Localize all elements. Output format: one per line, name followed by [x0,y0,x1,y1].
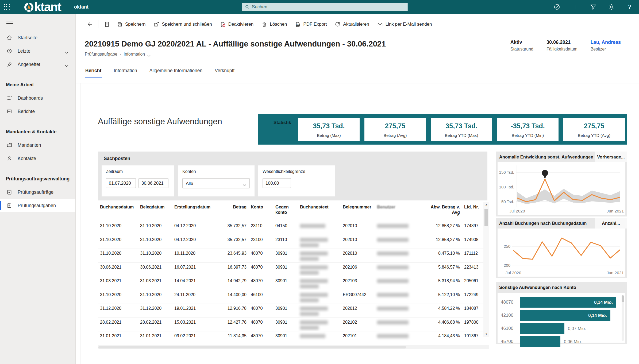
visual-tab-active[interactable]: Anzahl Buchungen nach Buchungsdatum [496,218,595,229]
header-field-statusgrund: AktivStatusgrund [504,40,540,52]
table-cell: 30901 [273,276,298,290]
redacted-text-block [377,279,409,283]
column-header-lfd-nr-[interactable]: Lfd. Nr. [462,202,483,221]
subtitle-separator: · [120,52,121,57]
tab-verkn-pft[interactable]: Verknüpft [214,64,235,78]
table-cell: 172249 [462,290,483,304]
help-icon[interactable]: ? [626,3,633,10]
table-cell: 31.01.2021 [98,331,138,345]
table-cell: 31.12.2020 [138,304,172,317]
gear-icon[interactable] [608,3,615,10]
header-field-label: Statusgrund [510,47,533,52]
link-per-e-mail-senden-button[interactable]: Link per E-Mail senden [373,18,436,30]
table-row[interactable]: 31.12.202031.12.202019.01.202112.916,784… [98,304,489,317]
table-cell: 30901 [273,318,298,331]
visual-tab-secondary[interactable]: Anzahl... [595,218,627,229]
table-cell [375,290,422,304]
sidebar-item-pr-fungsaufgaben[interactable]: Prüfungsaufgaben [0,199,75,212]
line-chart: 50 Tsd.100 Tsd.150 Tsd.Jul 2020Jun 2021 [498,162,625,215]
redacted-text-block [300,279,328,283]
zeitraum-from-input[interactable] [106,178,136,188]
visual-tab-secondary[interactable]: Vorhersage... [595,152,627,162]
hamburger-menu-icon[interactable] [6,21,13,26]
table-row[interactable]: 31.03.202131.03.202114.04.202114.942,794… [98,276,489,290]
sidebar-item-angeheftet[interactable]: Angeheftet [0,58,75,71]
column-header-erstellungsdatum[interactable]: Erstellungsdatum [172,202,217,221]
column-header-konto[interactable]: Konto [249,202,273,221]
tab-information[interactable]: Information [113,64,138,78]
command-button-label: Speichern [125,22,146,27]
table-row[interactable]: 31.10.202031.10.202004.12.202035.732,572… [98,235,489,249]
search-input[interactable] [252,4,405,10]
redacted-text-block [300,293,328,297]
form-selector-dropdown[interactable]: Information [124,52,145,57]
bar [520,336,560,347]
scroll-down-icon[interactable]: ∨ [483,331,489,336]
tab-allgemeine-informationen[interactable]: Allgemeine Informationen [149,64,203,78]
speichern-und-schlie-en-button[interactable]: Speichern und schließen [150,18,216,30]
column-header-buchungsdatum[interactable]: Buchungsdatum [98,202,138,221]
filter-icon[interactable] [590,3,597,10]
sidebar-item-startseite[interactable]: Startseite [0,31,75,44]
scroll-up-icon[interactable]: ∧ [483,202,489,208]
tab-bericht[interactable]: Bericht [85,64,102,78]
table-cell [273,290,298,304]
sidebar-item-dashboards[interactable]: Dashboards [0,91,75,105]
redacted-text-block [300,257,319,261]
redacted-text-block [300,224,325,228]
sidebar-item-letzte[interactable]: Letzte [0,44,75,58]
column-header-abw-betrag-v-avg[interactable]: Abw. Betrag v. Avg▼ [422,202,462,221]
column-header-benutzer[interactable]: Benutzer [375,202,422,221]
table-row[interactable]: 31.01.202131.01.202109.02.202111.814,354… [98,331,489,345]
table-row[interactable]: 31.10.202031.10.202010.11.202023.645,934… [98,249,489,262]
aktualisieren-button[interactable]: Aktualisieren [331,18,373,30]
header-field-value[interactable]: Lau, Andreas [591,40,621,45]
command-buttons: SpeichernSpeichern und schließenDeaktivi… [113,18,436,30]
sidebar-item-kontakte[interactable]: Kontakte [0,152,75,165]
table-cell: 28.02.2021 [98,318,138,331]
app-launcher-waffle-icon[interactable] [0,0,14,14]
column-header-gegen-konto[interactable]: Gegen konto [273,202,298,221]
clipboard-icon [6,203,12,208]
table-cell: 31.10.2020 [138,221,172,235]
svg-text:?: ? [628,3,631,10]
column-header-belegnummer[interactable]: Belegnummer [341,202,375,221]
global-search-box[interactable] [242,3,408,11]
record-type-label: Prüfungsaufgabe [85,52,117,57]
sidebar-item-mandanten[interactable]: Mandanten [0,138,75,152]
table-cell: 223413 [462,263,483,276]
table-row[interactable]: 31.10.202031.10.202024.11.202014.400,004… [98,290,489,304]
table-row[interactable]: 28.02.202128.02.202115.03.202112.427,784… [98,317,489,331]
table-row[interactable]: 31.10.202031.10.202004.12.202035.732,572… [98,221,489,235]
table-row[interactable]: 30.06.202130.06.202116.07.202116.397,734… [98,262,489,276]
record-subtitle: Prüfungsaufgabe · Information [85,52,151,57]
svg-text:Jul 2020: Jul 2020 [509,209,525,213]
pdf-export-button[interactable]: PDFPDF Export [291,18,331,30]
column-header-belegdatum[interactable]: Belegdatum [138,202,172,221]
brand-wordmark: ktant [34,1,61,13]
deaktivieren-button[interactable]: Deaktivieren [216,18,258,30]
refresh-icon [335,22,340,27]
l-schen-button[interactable]: Löschen [257,18,291,30]
sidebar-item-pr-fungsauftr-ge[interactable]: Prüfungsaufträge [0,185,75,199]
speichern-button[interactable]: Speichern [113,18,150,30]
form-overview-button[interactable] [101,18,113,30]
zeitraum-to-input[interactable] [138,178,168,188]
table-cell: 30901 [273,331,298,345]
konten-filter-card: Konten Alle [178,165,255,196]
sidebar-item-berichte[interactable]: Berichte [0,105,75,118]
wesentlichkeitsgrenze-input[interactable] [263,178,291,188]
chart-scrollbar-thumb[interactable] [622,295,624,302]
konten-dropdown[interactable]: Alle [182,178,250,188]
vertical-scrollbar-thumb[interactable] [484,209,488,226]
report-title: Auffällige sonstige Aufwendungen [98,117,222,126]
plus-icon[interactable] [572,3,579,10]
horizontal-scrollbar-thumb[interactable] [98,346,406,348]
visual-tab-active[interactable]: Anomalie Entwicklung sonst. Aufwendungen [496,152,595,162]
column-header-buchungstext[interactable]: Buchungstext [298,202,341,221]
table-cell: 24.11.2020 [172,290,217,304]
bar-value-label: 0,14 Mio. [520,297,616,308]
back-button[interactable] [84,18,95,30]
column-header-betrag[interactable]: Betrag [217,202,249,221]
guidance-icon[interactable] [553,3,560,10]
